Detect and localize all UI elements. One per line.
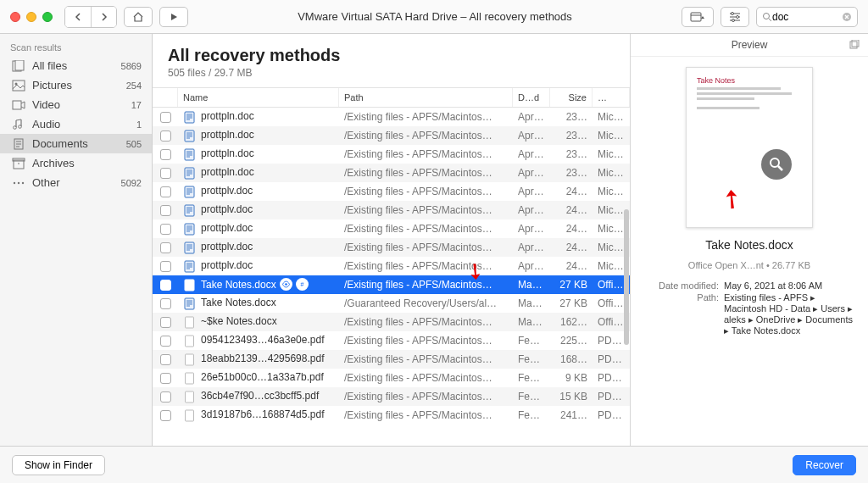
sidebar-item-other[interactable]: Other5092 bbox=[0, 173, 152, 192]
table-row[interactable]: prottpln.doc/Existing files - APFS/Macin… bbox=[153, 164, 630, 182]
row-checkbox[interactable] bbox=[160, 410, 171, 421]
minimize-window-icon[interactable] bbox=[26, 12, 36, 22]
row-checkbox[interactable] bbox=[160, 186, 171, 197]
field-value: May 6, 2021 at 8:06 AM bbox=[724, 280, 853, 291]
sidebar-item-all-files[interactable]: All files5869 bbox=[0, 56, 152, 75]
recover-button[interactable]: Recover bbox=[793, 455, 856, 475]
row-checkbox[interactable] bbox=[160, 224, 171, 235]
table-row[interactable]: 0954123493…46a3e0e.pdf/Existing files - … bbox=[153, 331, 630, 350]
file-icon bbox=[183, 372, 196, 385]
table-row[interactable]: prottpln.doc/Existing files - APFS/Macin… bbox=[153, 108, 630, 126]
column-path[interactable]: Path bbox=[339, 88, 513, 107]
column-name[interactable]: Name bbox=[178, 88, 339, 107]
row-checkbox[interactable] bbox=[160, 298, 171, 309]
file-date: May… bbox=[513, 316, 550, 328]
copy-icon[interactable] bbox=[849, 40, 860, 51]
field-value: Existing files - APFS ▸ Macintosh HD - D… bbox=[724, 292, 853, 336]
svg-rect-38 bbox=[850, 42, 857, 48]
settings-button[interactable] bbox=[721, 7, 749, 27]
table-row[interactable]: prottplv.doc/Existing files - APFS/Macin… bbox=[153, 257, 630, 275]
sidebar-item-video[interactable]: Video17 bbox=[0, 95, 152, 114]
row-checkbox[interactable] bbox=[160, 391, 171, 402]
file-kind: PDF… bbox=[593, 353, 630, 365]
file-date: Feb… bbox=[513, 353, 550, 365]
magnifier-button[interactable] bbox=[761, 149, 792, 180]
table-row[interactable]: prottplv.doc/Existing files - APFS/Macin… bbox=[153, 219, 630, 238]
documents-icon bbox=[12, 138, 25, 150]
show-in-finder-button[interactable]: Show in Finder bbox=[12, 455, 105, 475]
svg-rect-36 bbox=[186, 391, 194, 402]
column-kind[interactable]: … bbox=[593, 88, 630, 107]
table-row[interactable]: prottpln.doc/Existing files - APFS/Macin… bbox=[153, 145, 630, 164]
table-row[interactable]: ~$ke Notes.docx/Existing files - APFS/Ma… bbox=[153, 313, 630, 331]
table-body[interactable]: ➘ prottpln.doc/Existing files - APFS/Mac… bbox=[153, 108, 630, 446]
back-button[interactable] bbox=[65, 7, 91, 27]
row-checkbox[interactable] bbox=[160, 336, 171, 347]
footer: Show in Finder Recover bbox=[0, 446, 868, 483]
file-path: /Existing files - APFS/Macintos… bbox=[339, 260, 513, 272]
pictures-icon bbox=[12, 80, 25, 92]
search-input[interactable] bbox=[772, 11, 842, 23]
row-checkbox[interactable] bbox=[160, 130, 171, 142]
column-date[interactable]: D…d bbox=[513, 88, 550, 107]
table-row[interactable]: prottplv.doc/Existing files - APFS/Macin… bbox=[153, 201, 630, 219]
table-row[interactable]: 36cb4e7f90…cc3bcff5.pdf/Existing files -… bbox=[153, 387, 630, 406]
file-size: 241… bbox=[550, 409, 593, 421]
view-options-button[interactable] bbox=[682, 7, 714, 27]
column-check[interactable] bbox=[153, 88, 178, 107]
zoom-window-icon[interactable] bbox=[42, 12, 53, 22]
row-checkbox[interactable] bbox=[160, 112, 171, 123]
play-button[interactable] bbox=[159, 7, 188, 27]
table-row[interactable]: prottplv.doc/Existing files - APFS/Macin… bbox=[153, 182, 630, 201]
row-checkbox[interactable] bbox=[160, 205, 171, 216]
file-icon bbox=[183, 223, 196, 236]
table-row[interactable]: prottpln.doc/Existing files - APFS/Macin… bbox=[153, 126, 630, 145]
file-icon bbox=[183, 167, 196, 180]
sidebar-item-count: 17 bbox=[131, 100, 142, 110]
row-checkbox[interactable] bbox=[160, 317, 171, 328]
preview-thumbnail: Take Notes ➘ bbox=[686, 67, 813, 228]
row-checkbox[interactable] bbox=[160, 280, 171, 291]
row-checkbox[interactable] bbox=[160, 373, 171, 384]
sidebar-item-archives[interactable]: Archives bbox=[0, 153, 152, 173]
svg-rect-35 bbox=[186, 373, 194, 384]
table-row[interactable]: 3d19187b6…168874d5.pdf/Existing files - … bbox=[153, 406, 630, 425]
sidebar-item-label: Video bbox=[32, 98, 60, 111]
annotation-arrow-icon: ➘ bbox=[714, 182, 749, 219]
row-checkbox[interactable] bbox=[160, 168, 171, 179]
file-size: 24… bbox=[550, 223, 593, 235]
table-row[interactable]: prottplv.doc/Existing files - APFS/Macin… bbox=[153, 238, 630, 257]
table-row[interactable]: 18eabb2139…4295698.pdf/Existing files - … bbox=[153, 350, 630, 369]
file-icon bbox=[183, 130, 196, 142]
file-icon bbox=[183, 335, 196, 347]
clear-search-icon[interactable] bbox=[842, 12, 852, 22]
window-title: VMware Virtual SATA Hard Drive – All rec… bbox=[195, 10, 675, 23]
table-row[interactable]: Take Notes.docx/Guaranteed Recovery/User… bbox=[153, 294, 630, 313]
row-checkbox[interactable] bbox=[160, 354, 171, 365]
svg-text:#: # bbox=[300, 281, 303, 287]
video-icon bbox=[12, 99, 25, 111]
row-checkbox[interactable] bbox=[160, 242, 171, 253]
file-path: /Existing files - APFS/Macintos… bbox=[339, 186, 513, 197]
column-size[interactable]: Size bbox=[550, 88, 593, 107]
row-checkbox[interactable] bbox=[160, 149, 171, 160]
scrollbar[interactable] bbox=[624, 209, 629, 345]
sidebar-item-documents[interactable]: Documents505 bbox=[0, 134, 152, 153]
file-name: ~$ke Notes.docx bbox=[201, 315, 277, 327]
sidebar-item-audio[interactable]: Audio1 bbox=[0, 114, 152, 134]
file-icon bbox=[183, 260, 196, 273]
hex-badge-icon[interactable]: # bbox=[296, 278, 309, 291]
table-row[interactable]: Take Notes.docx#/Existing files - APFS/M… bbox=[153, 275, 630, 294]
file-date: Apr… bbox=[513, 260, 550, 272]
table-row[interactable]: 26e51b00c0…1a33a7b.pdf/Existing files - … bbox=[153, 369, 630, 387]
files-icon bbox=[12, 60, 25, 72]
close-window-icon[interactable] bbox=[10, 12, 20, 22]
home-button[interactable] bbox=[124, 7, 153, 27]
row-checkbox[interactable] bbox=[160, 261, 171, 272]
search-icon bbox=[762, 12, 772, 22]
forward-button[interactable] bbox=[91, 7, 116, 27]
svg-rect-0 bbox=[691, 13, 701, 21]
preview-badge-icon[interactable] bbox=[280, 278, 292, 291]
search-box[interactable] bbox=[756, 7, 858, 27]
sidebar-item-pictures[interactable]: Pictures254 bbox=[0, 75, 152, 95]
